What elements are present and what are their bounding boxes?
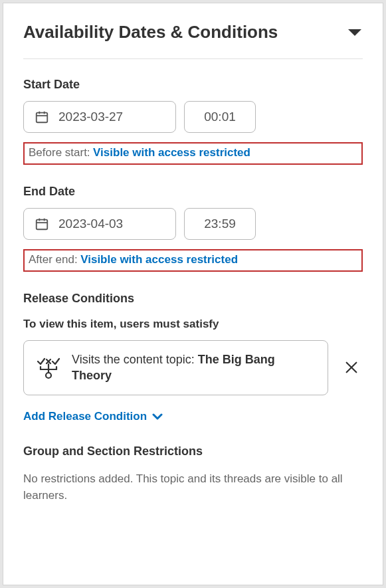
after-end-status-row: After end: Visible with access restricte… [23, 249, 363, 272]
release-condition-card: Visits the content topic: The Big Bang T… [23, 340, 328, 395]
after-end-link[interactable]: Visible with access restricted [80, 253, 238, 266]
release-condition-text: Visits the content topic: The Big Bang T… [72, 351, 316, 384]
remove-condition-button[interactable] [340, 356, 363, 379]
end-date-label: End Date [23, 185, 363, 199]
before-start-link[interactable]: Visible with access restricted [93, 146, 250, 159]
release-condition-icon [36, 355, 60, 379]
calendar-icon [35, 217, 49, 231]
group-restrictions-heading: Group and Section Restrictions [23, 444, 363, 458]
end-time-value: 23:59 [204, 217, 236, 231]
end-date-input[interactable]: 2023-04-03 [23, 208, 176, 240]
svg-rect-0 [37, 113, 48, 123]
end-date-value: 2023-04-03 [58, 217, 123, 231]
add-release-condition-label: Add Release Condition [23, 410, 147, 423]
chevron-down-icon [152, 413, 163, 421]
start-date-input[interactable]: 2023-03-27 [23, 101, 176, 133]
release-conditions-heading: Release Conditions [23, 292, 363, 306]
panel-title: Availability Dates & Conditions [23, 22, 278, 43]
release-conditions-section: Release Conditions To view this item, us… [23, 292, 363, 444]
collapse-toggle[interactable] [347, 28, 363, 37]
add-release-condition-button[interactable]: Add Release Condition [23, 410, 163, 423]
before-start-status-row: Before start: Visible with access restri… [23, 142, 363, 165]
start-time-value: 00:01 [204, 110, 236, 124]
group-restrictions-empty: No restrictions added. This topic and it… [23, 470, 363, 504]
group-restrictions-section: Group and Section Restrictions No restri… [23, 444, 363, 504]
condition-prefix: Visits the content topic: [72, 353, 198, 366]
availability-panel: Availability Dates & Conditions Start Da… [3, 3, 383, 585]
start-time-input[interactable]: 00:01 [184, 101, 256, 133]
start-date-label: Start Date [23, 78, 363, 92]
after-end-prefix: After end: [29, 253, 78, 266]
calendar-icon [35, 110, 49, 124]
svg-point-15 [46, 373, 51, 378]
release-condition-row: Visits the content topic: The Big Bang T… [23, 340, 363, 395]
panel-header: Availability Dates & Conditions [23, 22, 363, 59]
before-start-prefix: Before start: [29, 146, 90, 159]
start-date-section: Start Date 2023-03-27 00:01 Before start… [23, 78, 363, 165]
svg-rect-4 [37, 220, 48, 230]
end-date-section: End Date 2023-04-03 23:59 After end: [23, 185, 363, 272]
release-conditions-subheading: To view this item, users must satisfy [23, 318, 363, 331]
start-date-value: 2023-03-27 [58, 110, 123, 124]
end-date-row: 2023-04-03 23:59 [23, 208, 363, 240]
end-time-input[interactable]: 23:59 [184, 208, 256, 240]
start-date-row: 2023-03-27 00:01 [23, 101, 363, 133]
